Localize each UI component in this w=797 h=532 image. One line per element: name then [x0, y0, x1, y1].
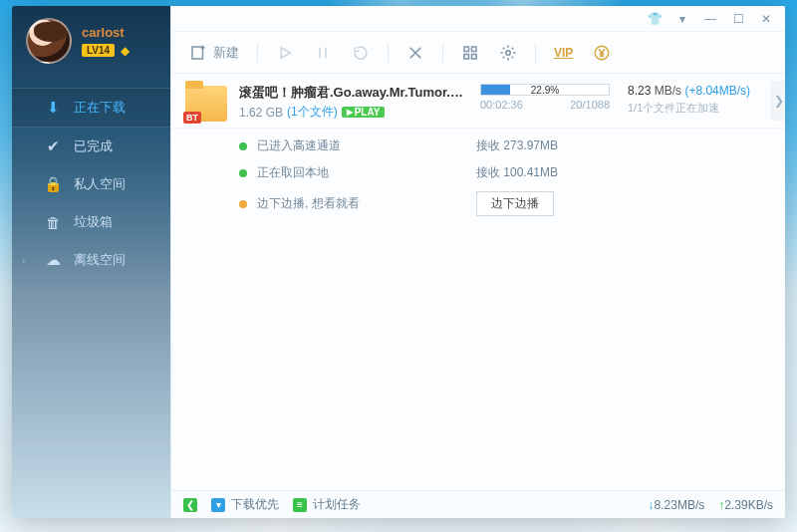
avatar[interactable] — [26, 18, 72, 64]
status-dot-icon — [239, 169, 247, 177]
separator — [442, 43, 443, 63]
detail-row: 已进入高速通道 接收 273.97MB — [239, 133, 771, 159]
pause-button[interactable] — [306, 40, 340, 66]
bt-badge: BT — [183, 112, 201, 124]
sidebar-item-label: 垃圾箱 — [74, 213, 113, 231]
priority-toggle[interactable]: ▾ 下载优先 — [211, 496, 279, 513]
dropdown-icon[interactable]: ▾ — [675, 12, 689, 26]
currency-button[interactable] — [585, 40, 619, 66]
detail-row: 正在取回本地 接收 100.41MB — [239, 159, 771, 186]
speed-boost: (+8.04MB/s) — [684, 84, 750, 98]
main-panel: 👕 ▾ — ☐ ✕ 新建 VIP — [170, 6, 785, 518]
lock-icon: 🔒 — [44, 175, 62, 193]
separator — [535, 43, 536, 63]
task-details: 已进入高速通道 接收 273.97MB 正在取回本地 接收 100.41MB 边… — [171, 129, 785, 233]
speed-column: 8.23 MB/s (+8.04MB/s) 1/1个文件正在加速 — [622, 84, 771, 122]
schedule-label: 计划任务 — [313, 496, 361, 513]
status-bar: ❮ ▾ 下载优先 ≡ 计划任务 ↓8.23MB/s ↑2.39KB/s — [171, 490, 785, 518]
separator — [257, 43, 258, 63]
sidebar-item-downloading[interactable]: ⬇ 正在下载 — [12, 88, 170, 128]
play-badge[interactable]: PLAY — [342, 107, 386, 118]
down-speed: ↓8.23MB/s — [649, 498, 705, 512]
accel-status: 1/1个文件正在加速 — [628, 101, 771, 116]
minimize-icon[interactable]: — — [703, 12, 717, 26]
svg-rect-2 — [472, 47, 477, 52]
trash-icon: 🗑 — [44, 214, 62, 231]
profile-info: carlost LV14 ◆ — [82, 25, 130, 58]
folder-icon: BT — [185, 86, 227, 122]
yen-icon — [593, 44, 611, 62]
sidebar-item-label: 正在下载 — [74, 99, 126, 117]
progress-pct: 22.9% — [481, 85, 609, 95]
progress-bar: 22.9% — [480, 84, 610, 96]
detail-value: 接收 100.41MB — [476, 164, 558, 181]
apps-button[interactable] — [453, 40, 487, 66]
skin-icon[interactable]: 👕 — [648, 12, 662, 26]
profile: carlost LV14 ◆ — [12, 6, 170, 74]
detail-label: 边下边播, 想看就看 — [257, 195, 466, 212]
progress-column: 22.9% 00:02:36 20/1088 — [480, 84, 610, 122]
new-task-button[interactable]: 新建 — [181, 40, 247, 66]
vip-button[interactable]: VIP — [546, 42, 581, 64]
play-while-downloading-button[interactable]: 边下边播 — [476, 191, 554, 216]
task-title: 滚蛋吧！肿瘤君.Go.away.Mr.Tumor.2015... — [239, 84, 468, 102]
sidebar-item-label: 私人空间 — [74, 175, 126, 193]
elapsed-time: 00:02:36 — [480, 99, 523, 111]
status-dot-icon — [239, 142, 247, 150]
schedule-toggle[interactable]: ≡ 计划任务 — [293, 496, 361, 513]
refresh-icon — [352, 44, 370, 62]
maximize-icon[interactable]: ☐ — [731, 12, 745, 26]
level-badge: LV14 — [82, 44, 115, 57]
svg-point-5 — [506, 50, 511, 55]
task-info: 滚蛋吧！肿瘤君.Go.away.Mr.Tumor.2015... 1.62 GB… — [239, 84, 468, 122]
task-row[interactable]: BT 滚蛋吧！肿瘤君.Go.away.Mr.Tumor.2015... 1.62… — [171, 74, 785, 129]
svg-rect-3 — [464, 54, 469, 59]
sidebar-item-private[interactable]: 🔒 私人空间 — [12, 165, 170, 203]
profile-badges: LV14 ◆ — [82, 44, 130, 58]
sidebar-item-label: 已完成 — [74, 137, 113, 155]
schedule-icon: ≡ — [293, 498, 307, 512]
new-label: 新建 — [213, 44, 239, 62]
file-count-link[interactable]: (1个文件) — [287, 104, 338, 121]
detail-label: 正在取回本地 — [257, 164, 466, 181]
chevron-right-icon: › — [22, 255, 32, 266]
delete-button[interactable] — [398, 40, 432, 66]
restart-button[interactable] — [344, 40, 378, 66]
download-icon: ⬇ — [44, 99, 62, 117]
expand-handle[interactable]: ❯ — [771, 81, 785, 121]
close-icon[interactable]: ✕ — [759, 12, 773, 26]
content: BT 滚蛋吧！肿瘤君.Go.away.Mr.Tumor.2015... 1.62… — [171, 74, 785, 490]
toolbar: 新建 VIP — [171, 32, 785, 74]
task-size: 1.62 GB — [239, 106, 283, 120]
cloud-icon: ☁ — [44, 251, 62, 269]
new-icon — [189, 44, 207, 62]
sidebar-item-label: 离线空间 — [74, 251, 126, 269]
gear-icon — [499, 44, 517, 62]
start-button[interactable] — [268, 40, 302, 66]
sidebar-item-completed[interactable]: ✔ 已完成 — [12, 128, 170, 165]
speed-value: 8.23 — [628, 84, 651, 98]
sidebar: carlost LV14 ◆ ⬇ 正在下载 ✔ 已完成 🔒 私人空 — [12, 6, 170, 518]
play-icon — [276, 44, 294, 62]
check-icon: ✔ — [44, 137, 62, 155]
app-window: carlost LV14 ◆ ⬇ 正在下载 ✔ 已完成 🔒 私人空 — [12, 6, 785, 518]
username[interactable]: carlost — [82, 25, 130, 40]
delete-icon — [406, 44, 424, 62]
status-dot-icon — [239, 200, 247, 208]
sidebar-nav: ⬇ 正在下载 ✔ 已完成 🔒 私人空间 🗑 垃圾箱 › ☁ 离线空间 — [12, 88, 170, 279]
settings-button[interactable] — [491, 40, 525, 66]
window-controls: 👕 ▾ — ☐ ✕ — [171, 6, 785, 32]
collapse-icon[interactable]: ❮ — [183, 498, 197, 512]
sidebar-item-offline[interactable]: › ☁ 离线空间 — [12, 241, 170, 279]
up-speed: ↑2.39KB/s — [718, 498, 773, 512]
speed-unit: MB/s — [655, 84, 681, 98]
svg-rect-1 — [464, 47, 469, 52]
svg-rect-0 — [192, 47, 203, 59]
detail-row: 边下边播, 想看就看 边下边播 — [239, 186, 771, 221]
peers: 20/1088 — [570, 99, 610, 111]
pause-icon — [314, 44, 332, 62]
vip-label: VIP — [554, 46, 573, 60]
separator — [388, 43, 389, 63]
detail-value: 接收 273.97MB — [476, 137, 558, 154]
sidebar-item-trash[interactable]: 🗑 垃圾箱 — [12, 203, 170, 241]
